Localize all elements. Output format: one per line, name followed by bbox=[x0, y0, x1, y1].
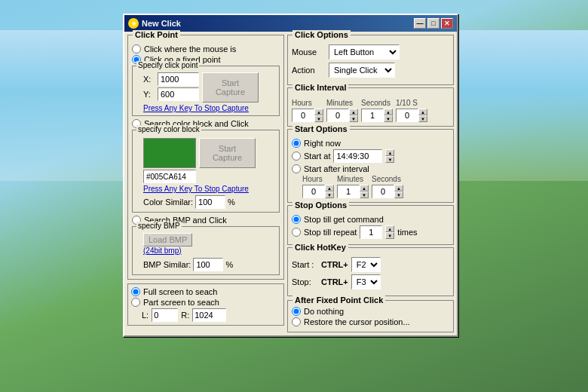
y-label: Y: bbox=[143, 90, 155, 99]
action-label: Action bbox=[292, 66, 326, 75]
start-interval-row: Hours ▲ ▼ Minutes bbox=[292, 175, 449, 198]
stop-hotkey-label: Stop: bbox=[292, 277, 318, 286]
start-capture-btn-1[interactable]: Start Capture bbox=[202, 72, 259, 103]
part-screen-radio[interactable] bbox=[131, 298, 140, 307]
color-hex-input[interactable] bbox=[143, 170, 196, 183]
minimize-button[interactable]: — bbox=[414, 18, 426, 29]
repeat-up[interactable]: ▲ bbox=[385, 225, 394, 232]
press-key-2[interactable]: Press Any Key To Stop Capture bbox=[143, 185, 276, 193]
start-minutes-btns: ▲ ▼ bbox=[360, 185, 369, 198]
minutes-up[interactable]: ▲ bbox=[349, 109, 358, 115]
full-screen-radio[interactable] bbox=[131, 287, 140, 296]
lr-row: L: R: bbox=[131, 308, 280, 322]
start-hours-input[interactable] bbox=[302, 185, 325, 198]
window-title: New Click bbox=[142, 19, 181, 28]
hours-spin: ▲ ▼ bbox=[292, 109, 323, 122]
mouse-label: Mouse bbox=[292, 47, 326, 57]
seconds-label: Seconds bbox=[361, 99, 390, 107]
seconds-down[interactable]: ▼ bbox=[384, 115, 393, 122]
seconds-spin: ▲ ▼ bbox=[361, 109, 393, 122]
start-after-radio[interactable] bbox=[292, 164, 301, 173]
do-nothing-label: Do nothing bbox=[304, 307, 344, 316]
start-key-select[interactable]: F2 F3 F4 bbox=[351, 257, 381, 272]
start-seconds-input[interactable] bbox=[372, 185, 394, 198]
restore-cursor-row: Restore the cursor position... bbox=[292, 317, 449, 326]
x-coord-row: X: bbox=[143, 72, 199, 86]
tenth-up[interactable]: ▲ bbox=[418, 109, 427, 115]
stop-cmd-radio[interactable] bbox=[292, 215, 301, 224]
dialog-window: ★ New Click — □ ✕ Click Point Click wher… bbox=[123, 14, 458, 337]
start-options-title: Start Options bbox=[292, 124, 350, 133]
full-screen-row: Full screen to seach bbox=[131, 287, 280, 296]
click-where-mouse-radio[interactable] bbox=[132, 44, 141, 54]
bmp-load-row: Load BMP bbox=[143, 233, 276, 247]
minutes-spin: ▲ ▼ bbox=[326, 109, 358, 122]
restore-cursor-radio[interactable] bbox=[292, 317, 301, 326]
bmp-similar-input[interactable] bbox=[193, 258, 223, 271]
color-block-section: specify color block Start Capture Press … bbox=[132, 130, 280, 213]
close-button[interactable]: ✕ bbox=[441, 18, 453, 29]
time-up[interactable]: ▲ bbox=[385, 149, 394, 156]
action-select[interactable]: Single Click Double Click Right Click bbox=[329, 63, 395, 78]
maximize-button[interactable]: □ bbox=[427, 18, 439, 29]
full-screen-label: Full screen to seach bbox=[143, 287, 217, 296]
part-screen-row: Part screen to seach bbox=[131, 298, 280, 307]
stop-key-select[interactable]: F3 F2 F4 bbox=[351, 274, 381, 289]
mouse-select[interactable]: Left Button Right Button Middle Button bbox=[329, 44, 400, 60]
minutes-down[interactable]: ▼ bbox=[349, 115, 358, 122]
start-seconds-btns: ▲ ▼ bbox=[394, 185, 403, 198]
seconds-up[interactable]: ▲ bbox=[384, 109, 393, 115]
hotkey-title: Click HotKey bbox=[292, 243, 348, 252]
right-now-radio[interactable] bbox=[292, 139, 301, 148]
bmp-percent: % bbox=[225, 260, 233, 269]
load-bmp-btn[interactable]: Load BMP bbox=[143, 233, 192, 247]
start-at-time-input[interactable] bbox=[333, 149, 382, 163]
bmp-info[interactable]: (24bit bmp) bbox=[143, 247, 276, 255]
click-options-title: Click Options bbox=[292, 30, 351, 39]
tenth-input[interactable] bbox=[396, 109, 418, 122]
press-key-1[interactable]: Press Any Key To Stop Capture bbox=[143, 104, 276, 112]
tenth-down[interactable]: ▼ bbox=[418, 115, 427, 122]
color-similar-input[interactable] bbox=[195, 195, 225, 209]
time-down[interactable]: ▼ bbox=[385, 156, 394, 163]
start-minutes-input[interactable] bbox=[337, 185, 360, 198]
x-input[interactable] bbox=[158, 72, 199, 86]
r-label: R: bbox=[181, 311, 189, 320]
do-nothing-radio[interactable] bbox=[292, 307, 301, 316]
color-similar-row: Color Similar: % bbox=[143, 195, 276, 209]
hours-down[interactable]: ▼ bbox=[314, 115, 323, 122]
start-hours-down[interactable]: ▼ bbox=[325, 191, 334, 198]
start-hours-up[interactable]: ▲ bbox=[325, 185, 334, 191]
minutes-input[interactable] bbox=[326, 109, 349, 122]
start-hours-label: Hours bbox=[302, 175, 323, 183]
start-options-group: Start Options Right now Start at ▲ ▼ bbox=[287, 129, 454, 203]
start-seconds-up[interactable]: ▲ bbox=[394, 185, 403, 191]
start-minutes-up[interactable]: ▲ bbox=[360, 185, 369, 191]
hours-input[interactable] bbox=[292, 109, 314, 122]
start-capture-btn-2[interactable]: Start Capture bbox=[199, 138, 256, 168]
tenth-label: 1/10 S bbox=[396, 99, 418, 107]
color-preview bbox=[143, 138, 196, 168]
stop-repeat-radio[interactable] bbox=[292, 228, 301, 237]
seconds-input[interactable] bbox=[361, 109, 384, 122]
l-input[interactable] bbox=[152, 308, 178, 322]
start-at-radio[interactable] bbox=[292, 152, 301, 161]
repeat-input[interactable] bbox=[360, 225, 382, 239]
titlebar-left: ★ New Click bbox=[128, 18, 181, 29]
start-minutes-down[interactable]: ▼ bbox=[360, 191, 369, 198]
r-input[interactable] bbox=[192, 308, 226, 322]
start-seconds-down[interactable]: ▼ bbox=[394, 191, 403, 198]
click-mouse-label: Click where the mouse is bbox=[144, 44, 236, 54]
repeat-down[interactable]: ▼ bbox=[385, 232, 394, 239]
hours-col: Hours ▲ ▼ bbox=[292, 99, 323, 122]
action-row: Action Single Click Double Click Right C… bbox=[292, 63, 449, 78]
y-input[interactable] bbox=[158, 87, 199, 101]
click-interval-group: Click Interval Hours ▲ ▼ Minut bbox=[287, 87, 454, 127]
specify-point-box: Specify click point X: Y: bbox=[132, 66, 280, 116]
specify-bmp-label: specify BMP bbox=[136, 222, 182, 230]
x-label: X: bbox=[143, 75, 155, 84]
hours-up[interactable]: ▲ bbox=[314, 109, 323, 115]
right-panel: Click Options Mouse Left Button Right Bu… bbox=[287, 35, 454, 332]
after-fixed-point-group: After Fixed Point Click Do nothing Resto… bbox=[287, 300, 454, 332]
start-hotkey-row: Start : CTRL+ F2 F3 F4 bbox=[292, 257, 449, 272]
